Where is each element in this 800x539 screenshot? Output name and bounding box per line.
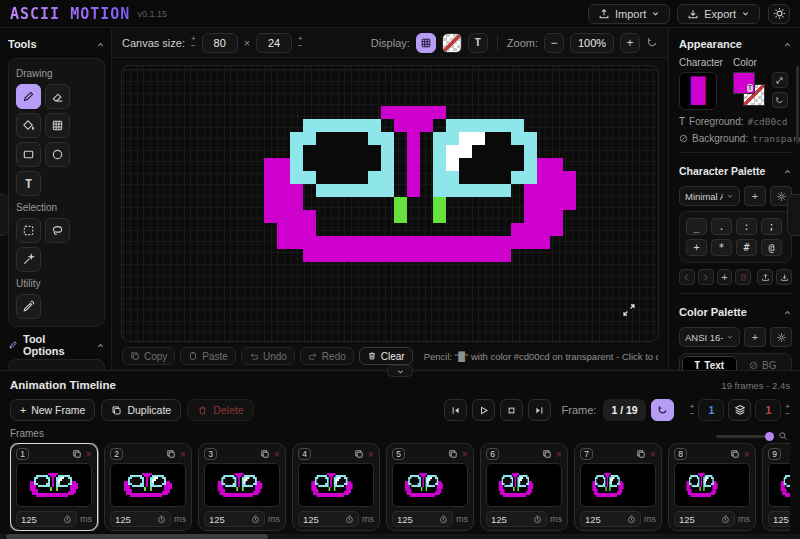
palette-character-button[interactable]: _ bbox=[686, 218, 707, 235]
clear-button[interactable]: Clear bbox=[359, 347, 413, 365]
zoom-in-button[interactable]: + bbox=[620, 33, 640, 53]
slider-knob[interactable] bbox=[765, 432, 774, 441]
ellipse-tool-button[interactable] bbox=[45, 142, 70, 167]
onion-next-frames-input[interactable]: 1 bbox=[755, 399, 781, 421]
stop-button[interactable] bbox=[500, 399, 523, 421]
zoom-reset-icon[interactable] bbox=[646, 37, 658, 49]
palette-character-button[interactable]: @ bbox=[761, 239, 782, 256]
delete-frame-icon[interactable]: × bbox=[274, 449, 280, 460]
paint-bucket-tool-button[interactable] bbox=[16, 113, 41, 138]
frame-duration-input[interactable]: 125 bbox=[298, 511, 359, 527]
import-button[interactable]: Import bbox=[588, 4, 670, 24]
rect-select-tool-button[interactable] bbox=[16, 218, 41, 243]
palette-delete-char-button[interactable] bbox=[735, 269, 751, 285]
duplicate-frame-button[interactable]: Duplicate bbox=[101, 399, 181, 421]
canvas-width-input[interactable]: 80 bbox=[202, 33, 238, 53]
sidebar-scrollbar[interactable] bbox=[796, 66, 799, 144]
duplicate-frame-icon[interactable] bbox=[260, 449, 270, 459]
frame-size-slider[interactable] bbox=[716, 431, 788, 441]
delete-frame-icon[interactable]: × bbox=[462, 449, 468, 460]
add-character-palette-button[interactable]: + bbox=[744, 186, 766, 206]
palette-upload-button[interactable] bbox=[757, 269, 773, 285]
frame-card[interactable]: 4×125ms bbox=[292, 443, 380, 531]
theme-toggle-button[interactable] bbox=[768, 4, 790, 24]
duplicate-frame-icon[interactable] bbox=[448, 449, 458, 459]
tool-options-section-header[interactable]: Tool Options bbox=[8, 335, 105, 355]
frame-duration-input[interactable]: 125 bbox=[204, 511, 265, 527]
delete-frame-icon[interactable]: × bbox=[650, 449, 656, 460]
duplicate-frame-icon[interactable] bbox=[354, 449, 364, 459]
duplicate-frame-icon[interactable] bbox=[166, 449, 176, 459]
grid-fill-tool-button[interactable] bbox=[45, 113, 70, 138]
zoom-out-button[interactable]: − bbox=[544, 33, 564, 53]
frame-card[interactable]: 7×125ms bbox=[574, 443, 662, 531]
color-swatches[interactable]: T bbox=[733, 72, 767, 108]
swap-colors-button[interactable] bbox=[772, 72, 788, 88]
play-button[interactable] bbox=[472, 399, 495, 421]
rectangle-tool-button[interactable] bbox=[16, 142, 41, 167]
color-palette-settings-button[interactable] bbox=[770, 327, 792, 347]
frame-card[interactable]: 2×125ms bbox=[104, 443, 192, 531]
transparency-display-toggle[interactable] bbox=[442, 33, 462, 53]
onion-prev-stepper[interactable]: +− bbox=[690, 404, 695, 417]
collapse-timeline-tab[interactable] bbox=[387, 365, 413, 377]
eraser-tool-button[interactable] bbox=[45, 84, 70, 109]
onion-prev-frames-input[interactable]: 1 bbox=[698, 399, 724, 421]
palette-character-button[interactable]: . bbox=[711, 218, 732, 235]
skip-to-end-button[interactable] bbox=[528, 399, 551, 421]
width-stepper[interactable]: +− bbox=[191, 36, 196, 49]
color-palette-section-header[interactable]: Color Palette bbox=[679, 302, 792, 322]
grid-display-toggle[interactable] bbox=[416, 33, 436, 53]
frame-card[interactable]: 9×125ms bbox=[762, 443, 790, 531]
palette-add-char-button[interactable]: + bbox=[717, 269, 733, 285]
palette-character-button[interactable]: # bbox=[736, 239, 757, 256]
frame-duration-input[interactable]: 125 bbox=[486, 511, 547, 527]
tools-section-header[interactable]: Tools bbox=[8, 34, 105, 54]
height-stepper[interactable]: +− bbox=[298, 36, 303, 49]
collapse-right-sidebar-tab[interactable] bbox=[787, 194, 800, 236]
delete-frame-icon[interactable]: × bbox=[744, 449, 750, 460]
frames-scrollbar[interactable] bbox=[0, 534, 800, 539]
frame-card[interactable]: 5×125ms bbox=[386, 443, 474, 531]
duplicate-frame-icon[interactable] bbox=[730, 449, 740, 459]
duplicate-frame-icon[interactable] bbox=[72, 449, 82, 459]
delete-frame-icon[interactable]: × bbox=[368, 449, 374, 460]
eyedropper-tool-button[interactable] bbox=[16, 294, 41, 319]
character-palette-section-header[interactable]: Character Palette bbox=[679, 161, 792, 181]
export-button[interactable]: Export bbox=[677, 4, 760, 24]
skip-to-start-button[interactable] bbox=[444, 399, 467, 421]
duplicate-frame-icon[interactable] bbox=[636, 449, 646, 459]
frame-card[interactable]: 8×125ms bbox=[668, 443, 756, 531]
duplicate-frame-icon[interactable] bbox=[542, 449, 552, 459]
collapse-left-sidebar-tab[interactable] bbox=[0, 194, 9, 236]
onion-skin-toggle-button[interactable] bbox=[728, 399, 751, 421]
new-frame-button[interactable]: +New Frame bbox=[10, 399, 95, 421]
text-display-toggle[interactable]: T bbox=[468, 33, 488, 53]
canvas-expand-icon[interactable] bbox=[622, 303, 636, 317]
undo-button[interactable]: Undo bbox=[241, 347, 295, 365]
redo-button[interactable]: Redo bbox=[300, 347, 354, 365]
palette-character-button[interactable]: ; bbox=[761, 218, 782, 235]
frame-duration-input[interactable]: 125 bbox=[110, 511, 171, 527]
delete-frame-icon[interactable]: × bbox=[86, 449, 92, 460]
palette-character-button[interactable]: * bbox=[711, 239, 732, 256]
copy-button[interactable]: Copy bbox=[122, 347, 175, 365]
delete-frame-icon[interactable]: × bbox=[180, 449, 186, 460]
delete-frame-button[interactable]: Delete bbox=[187, 399, 253, 421]
foreground-color-swatch[interactable]: T bbox=[733, 72, 755, 94]
palette-character-button[interactable]: : bbox=[736, 218, 757, 235]
appearance-section-header[interactable]: Appearance bbox=[679, 34, 792, 54]
delete-frame-icon[interactable]: × bbox=[556, 449, 562, 460]
frame-duration-input[interactable]: 125 bbox=[768, 511, 790, 527]
color-palette-preset-dropdown[interactable]: ANSI 16-Col bbox=[679, 327, 740, 347]
character-palette-preset-dropdown[interactable]: Minimal ASC bbox=[679, 186, 740, 206]
frame-duration-input[interactable]: 125 bbox=[16, 511, 77, 527]
magic-wand-tool-button[interactable] bbox=[16, 247, 41, 272]
selected-character-preview[interactable]: █ bbox=[679, 72, 717, 110]
frame-duration-input[interactable]: 125 bbox=[674, 511, 735, 527]
scrollbar-thumb[interactable] bbox=[6, 534, 268, 539]
pencil-tool-button[interactable] bbox=[16, 84, 41, 109]
ascii-drawing-canvas[interactable] bbox=[121, 65, 659, 342]
palette-prev-button[interactable] bbox=[679, 269, 695, 285]
frame-card[interactable]: 1×125ms bbox=[10, 443, 98, 531]
